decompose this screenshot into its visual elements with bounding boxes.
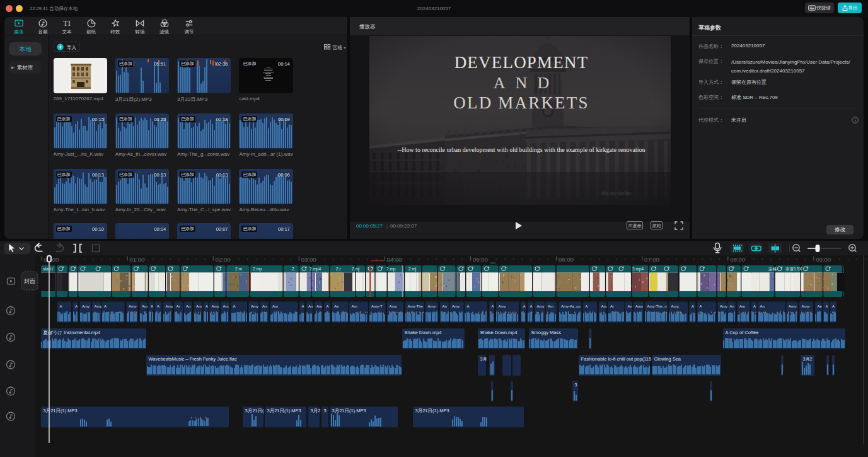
- svg-text:3: 3: [324, 408, 327, 414]
- svg-text:05:00: 05:00: [473, 256, 488, 263]
- svg-text:A: A: [302, 304, 304, 308]
- svg-text:A: A: [151, 304, 153, 308]
- svg-text:An: An: [308, 304, 313, 308]
- svg-text:Ae: Ae: [818, 304, 823, 308]
- svg-text:2.mp4: 2.mp4: [310, 267, 321, 272]
- svg-text:A: A: [523, 304, 526, 308]
- svg-text:A: A: [826, 304, 828, 308]
- svg-text:09:00: 09:00: [816, 256, 831, 263]
- svg-text:Amy: Amy: [390, 304, 397, 308]
- svg-text:Amy: Amy: [166, 304, 173, 308]
- svg-text:2.mp: 2.mp: [386, 267, 396, 272]
- svg-text:Smoggy Mass: Smoggy Mass: [531, 330, 562, 335]
- svg-text:2.mj: 2.mj: [408, 267, 416, 272]
- svg-text:Amy: Amy: [251, 304, 258, 308]
- svg-text:Am: Am: [601, 304, 607, 308]
- svg-text:An: An: [443, 304, 447, 308]
- svg-text:08:00: 08:00: [730, 256, 745, 263]
- svg-text:2.m: 2.m: [235, 267, 242, 271]
- svg-text:A: A: [104, 304, 107, 308]
- svg-text:06:00: 06:00: [558, 256, 574, 263]
- svg-text:夏ぼうけ Instrumental.mp4: 夏ぼうけ Instrumental.mp4: [43, 330, 101, 335]
- svg-text:3月21日(: 3月21日(: [245, 408, 265, 414]
- svg-text:Am: Am: [223, 304, 229, 308]
- svg-text:start.i: start.i: [43, 267, 53, 271]
- svg-text:01:00: 01:00: [130, 256, 145, 263]
- svg-text:Amy-The_n: Amy-The_n: [647, 304, 667, 308]
- svg-text:3月2: 3月2: [311, 408, 321, 414]
- svg-text:Fashionable lo-fi chill out po: Fashionable lo-fi chill out pop(115: [581, 356, 652, 362]
- svg-text:2.mp: 2.mp: [253, 267, 262, 272]
- svg-text:Shake Down.mp4: Shake Down.mp4: [405, 330, 442, 335]
- svg-text:3月2: 3月2: [803, 357, 813, 362]
- svg-text:Amy: Amy: [212, 304, 219, 308]
- svg-text:Ar: Ar: [610, 304, 614, 308]
- svg-text:Am: Am: [272, 304, 278, 308]
- svg-text:Shake Down.mp4: Shake Down.mp4: [480, 330, 518, 335]
- svg-text:A Cup of Coffee: A Cup of Coffee: [726, 330, 759, 335]
- svg-text:3月21日(1).MP3: 3月21日(1).MP3: [267, 408, 301, 414]
- svg-text:An: An: [186, 304, 190, 308]
- svg-text:03:00: 03:00: [301, 256, 316, 263]
- svg-text:A: A: [157, 304, 159, 308]
- svg-text:A: A: [233, 304, 236, 308]
- svg-text:Amy: Amy: [720, 304, 727, 308]
- svg-text:04:00: 04:00: [387, 256, 402, 263]
- svg-text:Am: Am: [739, 304, 745, 308]
- svg-text:Ae: Ae: [334, 304, 339, 308]
- svg-text:WavebeatsMusic – Fresh Funky J: WavebeatsMusic – Fresh Funky Juice.flac: [149, 356, 237, 362]
- svg-text:A: A: [700, 304, 702, 308]
- svg-text:Am: Am: [196, 304, 202, 308]
- svg-text:A: A: [205, 304, 208, 308]
- svg-text:02:00: 02:00: [216, 256, 231, 263]
- svg-text:Amy: Amy: [635, 304, 643, 308]
- svg-text:An: An: [730, 304, 734, 308]
- svg-text:Amy-T: Amy-T: [371, 304, 383, 308]
- svg-text:2.r: 2.r: [336, 267, 341, 271]
- svg-text:Amy-The: Amy-The: [408, 304, 424, 308]
- svg-text:A: A: [60, 304, 62, 308]
- svg-text:Am: Am: [316, 304, 322, 308]
- svg-text:3月21日(1).MP3: 3月21日(1).MP3: [332, 408, 366, 414]
- svg-text:An: An: [760, 304, 765, 308]
- svg-text:A: A: [75, 304, 78, 308]
- svg-text:An: An: [262, 304, 267, 308]
- svg-text:Amy-: Amy-: [789, 304, 797, 308]
- svg-text:A: A: [753, 304, 756, 308]
- svg-text:Am: Am: [142, 304, 148, 308]
- svg-text:封面: 封面: [24, 278, 35, 284]
- svg-text:Amy-As_co: Amy-As_co: [561, 304, 581, 308]
- svg-text:A: A: [832, 304, 835, 308]
- svg-text:A: A: [586, 304, 588, 308]
- svg-text:A: A: [492, 304, 494, 308]
- svg-text:定格: 定格: [768, 267, 777, 272]
- svg-text:Ar: Ar: [176, 304, 180, 308]
- svg-text:2.mj: 2.mj: [352, 267, 359, 272]
- svg-text:Amy: Amy: [95, 304, 102, 308]
- svg-text:Am: Am: [548, 304, 553, 308]
- svg-text:Amy,: Amy,: [671, 304, 680, 308]
- svg-text:2.: 2.: [292, 267, 296, 271]
- svg-text:Glowing Sea: Glowing Sea: [654, 356, 681, 362]
- svg-text:Amy: Amy: [499, 304, 506, 308]
- svg-text:3: 3: [575, 383, 577, 387]
- svg-text:3月: 3月: [480, 357, 487, 362]
- svg-text:07:00: 07:00: [644, 256, 659, 263]
- svg-text:A: A: [692, 304, 694, 308]
- svg-text:Amy: Amy: [537, 304, 545, 308]
- svg-text:Amy-: Amy-: [428, 304, 437, 308]
- svg-text:An: An: [628, 304, 632, 308]
- svg-text:A: A: [467, 304, 470, 308]
- svg-text:Amy-: Amy-: [802, 304, 811, 308]
- svg-text:3月21日(1).MP3: 3月21日(1).MP3: [43, 408, 78, 414]
- svg-text:Am: Am: [352, 304, 357, 308]
- svg-text:A: A: [530, 304, 533, 308]
- svg-text:3.mp4: 3.mp4: [632, 267, 644, 272]
- svg-text:Amy: Amy: [82, 304, 90, 308]
- svg-text:A: A: [327, 304, 329, 308]
- svg-text:Amy: Amy: [452, 304, 460, 308]
- svg-text:变速0.5X: 变速0.5X: [785, 267, 802, 272]
- svg-text:3月21日(1).MP3: 3月21日(1).MP3: [415, 408, 449, 414]
- svg-text:Amy-: Amy-: [129, 304, 137, 308]
